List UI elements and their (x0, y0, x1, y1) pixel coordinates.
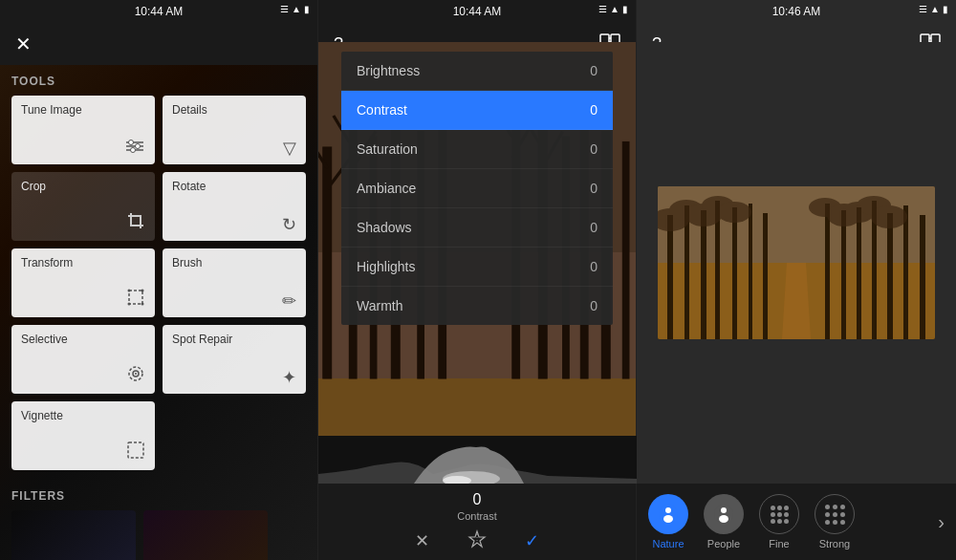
svg-point-81 (719, 515, 728, 523)
svg-marker-51 (782, 263, 811, 339)
grid-dot (784, 519, 789, 524)
tool-rotate[interactable]: Rotate ↻ (163, 172, 306, 241)
adj-warmth[interactable]: Warmth 0 (341, 287, 613, 325)
adj-ambiance-value: 0 (590, 181, 598, 196)
more-filters-button[interactable]: › (938, 511, 945, 533)
filters-preview-photo (658, 186, 935, 339)
wifi-icon: ▲ (292, 4, 301, 14)
adj-highlights-label: Highlights (357, 259, 415, 274)
tune-value: 0 (473, 491, 482, 508)
auto-tune-button[interactable] (467, 529, 487, 553)
svg-rect-6 (129, 291, 142, 304)
filters-row: Lens Blur ◎ Glamour Glow 👁 (11, 510, 306, 560)
tool-transform-label: Transform (21, 256, 145, 269)
svg-rect-58 (763, 213, 768, 339)
svg-point-3 (136, 144, 141, 149)
spot-repair-icon: ✦ (282, 367, 296, 388)
filter-strong-label: Strong (819, 538, 850, 549)
svg-rect-59 (825, 204, 830, 339)
battery-icon-2: ▮ (622, 4, 628, 14)
svg-point-5 (131, 148, 136, 153)
filter-people[interactable]: People (704, 494, 744, 549)
adj-saturation-value: 0 (590, 141, 598, 157)
grid-dot (840, 505, 845, 509)
tool-selective-label: Selective (21, 333, 145, 346)
vignette-icon (126, 441, 145, 464)
adj-contrast[interactable]: Contrast 0 (341, 91, 613, 130)
selective-icon (126, 364, 145, 388)
svg-point-7 (128, 290, 131, 292)
tool-rotate-label: Rotate (172, 180, 296, 193)
adjustment-list: Brightness 0 Contrast 0 Saturation 0 Amb… (341, 52, 613, 325)
tool-brush-label: Brush (172, 256, 296, 269)
svg-rect-14 (128, 442, 143, 458)
grid-dot (784, 506, 789, 510)
adjustment-menu: Brightness 0 Contrast 0 Saturation 0 Amb… (330, 52, 624, 325)
svg-point-10 (128, 303, 131, 306)
filter-lens-blur[interactable]: Lens Blur ◎ (11, 510, 136, 560)
tool-details[interactable]: Details ▽ (163, 96, 306, 164)
tool-brush[interactable]: Brush ✏ (163, 248, 306, 317)
status-icons-1: ☰ ▲ ▮ (280, 4, 310, 14)
grid-dot (840, 512, 845, 517)
adj-contrast-value: 0 (590, 102, 598, 118)
tool-spot-repair-label: Spot Repair (172, 333, 296, 346)
close-button[interactable]: ✕ (15, 32, 32, 55)
status-time-3: 10:46 AM (772, 5, 821, 18)
adj-saturation[interactable]: Saturation 0 (341, 130, 613, 169)
svg-rect-64 (903, 205, 908, 339)
cancel-tune-button[interactable]: ✕ (415, 530, 429, 551)
wifi-icon-3: ▲ (930, 4, 940, 14)
filter-nature-icon (648, 494, 688, 534)
filter-strong-icon (815, 494, 855, 534)
signal-icon: ☰ (280, 4, 289, 14)
grid-dot (777, 512, 782, 517)
svg-point-77 (665, 507, 671, 513)
transform-icon (126, 288, 145, 312)
svg-marker-44 (469, 531, 485, 547)
adj-shadows-label: Shadows (357, 220, 412, 235)
tool-tune-image[interactable]: Tune Image (11, 96, 155, 164)
status-time-2: 10:44 AM (453, 5, 502, 18)
filter-fine[interactable]: Fine (759, 494, 799, 549)
adj-highlights-value: 0 (590, 259, 598, 274)
adj-highlights[interactable]: Highlights 0 (341, 248, 613, 287)
confirm-tune-button[interactable]: ✓ (525, 530, 539, 551)
grid-dot (784, 512, 789, 517)
tool-selective[interactable]: Selective (11, 325, 155, 394)
tune-photo-area: Brightness 0 Contrast 0 Saturation 0 Amb… (318, 42, 636, 484)
fine-grid (771, 506, 789, 524)
grid-dot (771, 506, 775, 510)
grid-dot (840, 520, 845, 525)
adj-ambiance[interactable]: Ambiance 0 (341, 169, 613, 208)
adj-shadows[interactable]: Shadows 0 (341, 208, 613, 248)
grid-dot (825, 512, 830, 517)
signal-icon-2: ☰ (598, 4, 607, 14)
grid-dot (833, 512, 837, 517)
wifi-icon-2: ▲ (610, 4, 619, 14)
adj-warmth-value: 0 (590, 298, 598, 313)
tool-spot-repair[interactable]: Spot Repair ✦ (163, 325, 306, 394)
filter-nature-label: Nature (652, 538, 684, 549)
adj-brightness[interactable]: Brightness 0 (341, 52, 613, 91)
grid-dot (833, 520, 837, 525)
svg-point-9 (141, 303, 144, 306)
adj-warmth-label: Warmth (357, 298, 402, 313)
tool-transform[interactable]: Transform (11, 248, 155, 317)
tune-panel: 10:44 AM ☰ ▲ ▮ ? (318, 0, 637, 560)
details-icon: ▽ (283, 138, 296, 159)
tune-actions: ✕ ✓ (415, 529, 539, 553)
histogram (318, 436, 636, 484)
filter-nature[interactable]: Nature (648, 494, 688, 549)
tool-vignette[interactable]: Vignette (11, 401, 155, 470)
svg-rect-65 (920, 215, 925, 339)
grid-dot (771, 519, 775, 524)
filter-glamour-glow[interactable]: Glamour Glow 👁 (143, 510, 268, 560)
adj-contrast-label: Contrast (357, 102, 407, 118)
svg-rect-60 (841, 210, 846, 339)
tool-details-label: Details (172, 103, 296, 117)
filter-strong[interactable]: Strong (815, 494, 855, 549)
tools-panel: 10:44 AM ☰ ▲ ▮ ✕ TOOLS Tune Image (0, 0, 318, 560)
filters-panel: 10:46 AM ☰ ▲ ▮ ? (637, 0, 956, 560)
tool-crop[interactable]: Crop (11, 172, 155, 241)
